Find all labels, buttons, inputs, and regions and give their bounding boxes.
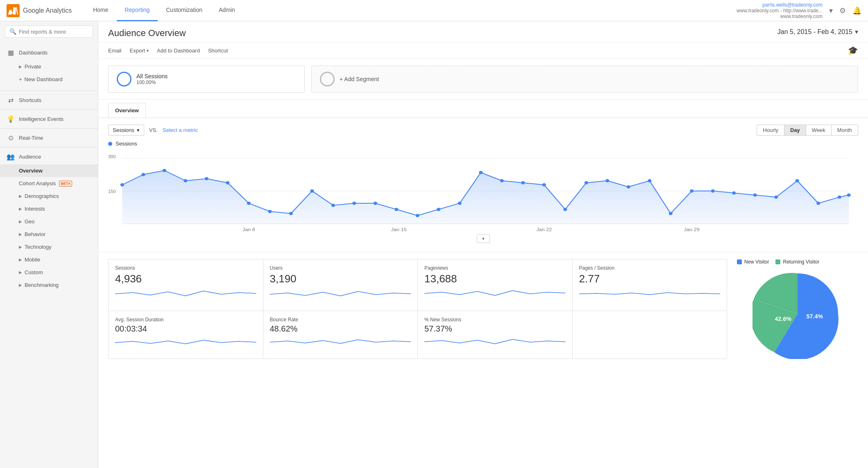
metric-card-users: Users 3,190 <box>263 259 418 311</box>
chevron-interests-icon: ▶ <box>19 207 22 211</box>
select-metric-link[interactable]: Select a metric <box>163 127 198 133</box>
sidebar-item-custom[interactable]: ▶ Custom <box>0 266 98 279</box>
dropdown-arrow-icon[interactable]: ▾ <box>829 6 833 15</box>
metric-bounce-rate-value: 48.62% <box>270 324 411 334</box>
vs-label: VS. <box>149 127 158 133</box>
metric-dropdown[interactable]: Sessions ▾ <box>108 125 144 136</box>
content-header: Audience Overview Jan 5, 2015 - Feb 4, 2… <box>98 21 868 42</box>
nav-home[interactable]: Home <box>85 0 116 21</box>
user-info[interactable]: parris.wells@tradeonly.com www.tradeonly… <box>737 2 823 19</box>
svg-point-40 <box>816 202 820 205</box>
time-btn-month[interactable]: Month <box>832 125 858 135</box>
svg-point-27 <box>542 183 546 186</box>
metric-pages-session-value: 2.77 <box>579 273 721 285</box>
sidebar-intelligence-label: Intelligence Events <box>19 116 63 122</box>
svg-point-25 <box>500 179 504 182</box>
metric-pageviews-value: 13,688 <box>424 273 566 285</box>
tab-bar: Overview <box>98 100 868 118</box>
pie-chart: 42.6% 57.4% <box>752 269 843 359</box>
time-btn-week[interactable]: Week <box>806 125 832 135</box>
metric-new-sessions-sparkline <box>424 336 566 348</box>
dashboards-icon: ▦ <box>7 49 15 57</box>
metric-card-pageviews: Pageviews 13,688 <box>418 259 573 311</box>
legend-sessions-label: Sessions <box>116 141 137 147</box>
metric-card-pages-session: Pages / Session 2.77 <box>573 259 727 311</box>
metric-new-sessions-label: % New Sessions <box>424 317 566 323</box>
main-layout: 🔍 ▦ Dashboards ▶ Private + New Dashboard… <box>0 21 868 468</box>
sidebar-demographics-label: Demographics <box>25 193 59 199</box>
svg-point-11 <box>205 177 209 180</box>
svg-text:Jan 8: Jan 8 <box>242 227 255 232</box>
export-label: Export <box>130 48 145 54</box>
svg-point-23 <box>458 202 462 205</box>
svg-point-38 <box>774 195 778 199</box>
export-button[interactable]: Export ▾ <box>130 46 149 55</box>
svg-point-17 <box>331 204 335 207</box>
date-range-label: Jan 5, 2015 - Feb 4, 2015 <box>777 28 852 36</box>
sidebar-item-audience[interactable]: 👥 Audience <box>0 149 98 164</box>
svg-point-35 <box>711 189 715 193</box>
date-range-picker[interactable]: Jan 5, 2015 - Feb 4, 2015 ▾ <box>777 28 858 36</box>
svg-point-22 <box>437 208 440 211</box>
sidebar-item-shortcuts[interactable]: ⇄ Shortcuts <box>0 93 98 108</box>
time-btn-hourly[interactable]: Hourly <box>757 125 784 135</box>
sidebar-item-new-dashboard[interactable]: + New Dashboard <box>0 73 98 86</box>
date-range-arrow-icon: ▾ <box>855 28 858 36</box>
y-label-300: 300 <box>108 154 116 159</box>
nav-customization[interactable]: Customization <box>158 0 211 21</box>
add-segment-card[interactable]: + Add Segment <box>311 66 858 93</box>
beta-badge: BETA <box>59 181 72 186</box>
chart-collapse-area[interactable]: ▾ <box>108 232 858 245</box>
sidebar-item-technology[interactable]: ▶ Technology <box>0 241 98 253</box>
svg-point-20 <box>394 208 398 211</box>
returning-visitor-legend-label: Returning Visitor <box>783 259 819 265</box>
sidebar-item-realtime[interactable]: ⊙ Real-Time <box>0 130 98 145</box>
chart-collapse-button[interactable]: ▾ <box>477 234 490 243</box>
add-to-dashboard-button[interactable]: Add to Dashboard <box>157 46 200 55</box>
nav-admin[interactable]: Admin <box>211 0 243 21</box>
metric-pageviews-sparkline <box>424 288 566 300</box>
metric-avg-session-value: 00:03:34 <box>115 324 256 334</box>
sidebar-item-interests[interactable]: ▶ Interests <box>0 202 98 215</box>
sidebar-item-intelligence[interactable]: 💡 Intelligence Events <box>0 111 98 127</box>
shortcut-button[interactable]: Shortcut <box>208 46 228 55</box>
notifications-icon[interactable]: 🔔 <box>852 6 861 15</box>
chevron-geo-icon: ▶ <box>19 219 22 224</box>
email-button[interactable]: Email <box>108 46 122 55</box>
sidebar-technology-label: Technology <box>25 244 52 250</box>
tab-overview[interactable]: Overview <box>108 103 146 118</box>
sidebar-item-cohort[interactable]: Cohort Analysis BETA <box>0 177 98 190</box>
sidebar-divider-2 <box>0 109 98 110</box>
sidebar-item-dashboards[interactable]: ▦ Dashboards <box>0 45 98 60</box>
svg-point-21 <box>416 214 419 217</box>
time-btn-day[interactable]: Day <box>784 125 806 135</box>
sidebar-item-demographics[interactable]: ▶ Demographics <box>0 190 98 202</box>
settings-icon[interactable]: ⚙ <box>839 6 846 15</box>
search-input[interactable] <box>19 29 88 35</box>
graduation-cap-icon[interactable]: 🎓 <box>848 46 858 55</box>
sidebar-item-overview[interactable]: Overview <box>0 164 98 177</box>
svg-point-37 <box>753 193 757 197</box>
all-sessions-info: All Sessions 100.00% <box>136 73 168 85</box>
svg-point-18 <box>352 202 356 205</box>
sidebar-item-private[interactable]: ▶ Private <box>0 60 98 73</box>
metric-avg-session-label: Avg. Session Duration <box>115 317 256 323</box>
sidebar-item-benchmarking[interactable]: ▶ Benchmarking <box>0 279 98 291</box>
search-box[interactable]: 🔍 <box>5 25 93 38</box>
metric-dropdown-label: Sessions <box>113 127 134 133</box>
metric-bounce-rate-label: Bounce Rate <box>270 317 411 323</box>
sidebar-item-behavior[interactable]: ▶ Behavior <box>0 228 98 241</box>
pie-section: New Visitor Returning Visitor <box>727 259 858 359</box>
returning-visitor-color <box>775 259 780 264</box>
sidebar-item-mobile[interactable]: ▶ Mobile <box>0 253 98 266</box>
sidebar-item-geo[interactable]: ▶ Geo <box>0 215 98 228</box>
metric-sessions-value: 4,936 <box>115 273 256 285</box>
sidebar-dashboards-label: Dashboards <box>19 50 48 56</box>
svg-text:Jan 22: Jan 22 <box>536 227 552 232</box>
nav-reporting[interactable]: Reporting <box>117 0 158 21</box>
metric-card-sessions: Sessions 4,936 <box>109 259 263 311</box>
sidebar-behavior-label: Behavior <box>25 231 45 237</box>
svg-point-12 <box>226 181 229 184</box>
metric-users-label: Users <box>270 265 411 271</box>
svg-text:42.6%: 42.6% <box>775 316 792 322</box>
